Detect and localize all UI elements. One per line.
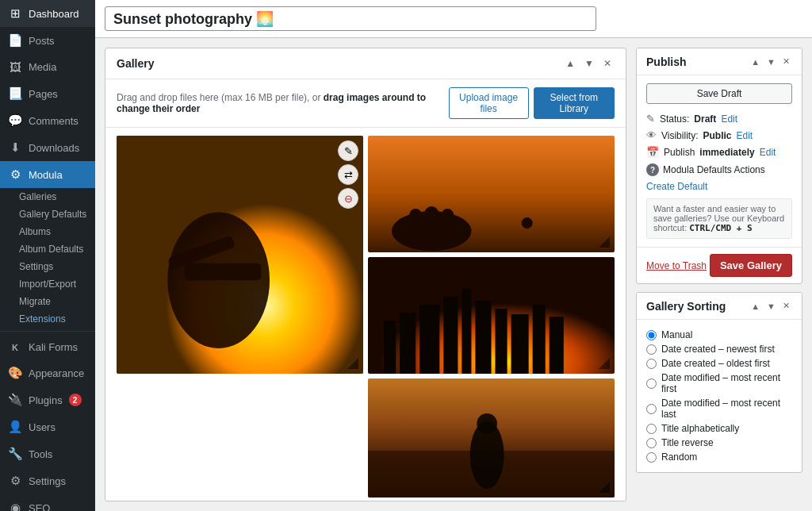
sorting-collapse-up[interactable]: ▲ [749,299,762,313]
panel-collapse-down[interactable]: ▼ [581,56,597,71]
sort-label-date-oldest[interactable]: Date created – oldest first [661,358,770,369]
visibility-label: Visibility: [661,130,698,141]
sort-label-manual[interactable]: Manual [661,329,692,340]
publish-collapse-up[interactable]: ▲ [749,55,762,68]
sort-label-title-reverse[interactable]: Title reverse [661,437,714,448]
sort-option-date-oldest: Date created – oldest first [646,356,792,371]
publish-widget-body: Save Draft ✎ Status: Draft Edit 👁 Visibi… [637,75,802,247]
sidebar-item-dashboard[interactable]: ⊞ Dashboard [0,0,95,27]
posts-icon: 📄 [8,33,22,48]
gallery-panel: Gallery ▲ ▼ ✕ Drag and drop files here (… [105,48,626,501]
select-from-library-button[interactable]: Select from Library [534,87,615,119]
publish-time-edit-link[interactable]: Edit [760,147,776,158]
sidebar-item-seo[interactable]: ◉ SEO [0,494,95,511]
sort-radio-modified-last[interactable] [646,404,657,414]
sidebar-item-pages[interactable]: 📃 Pages [0,80,95,107]
svg-rect-14 [443,297,458,374]
sidebar-label-modula: Modula [29,169,63,181]
sort-option-modified-recent: Date modified – most recent first [646,371,792,396]
eye-icon: 👁 [646,129,657,141]
publish-close[interactable]: ✕ [780,55,792,68]
sorting-collapse-down[interactable]: ▼ [764,299,778,313]
seo-icon: ◉ [8,501,22,511]
users-icon: 👤 [8,420,22,434]
sidebar-item-modula[interactable]: ⚙ Modula [0,161,95,188]
sidebar-sub-albums[interactable]: Albums [0,223,95,240]
sort-label-random[interactable]: Random [661,451,697,463]
gallery-item-1-move[interactable]: ⇄ [338,164,358,185]
svg-point-7 [424,206,439,221]
question-mark-icon: ? [646,163,659,176]
panel-close[interactable]: ✕ [600,56,615,71]
svg-rect-16 [475,301,491,374]
gallery-item-3[interactable] [368,257,615,374]
gallery-item-1-corner [347,358,360,371]
sidebar-item-kali-forms[interactable]: K Kali Forms [0,335,95,359]
sort-radio-title-alpha[interactable] [646,424,657,434]
sidebar-item-users[interactable]: 👤 Users [0,413,95,440]
defaults-label: Modula Defaults Actions [663,164,765,175]
appearance-icon: 🎨 [8,366,22,380]
sort-radio-date-newest[interactable] [646,344,657,355]
sort-radio-modified-recent[interactable] [646,378,657,389]
sidebar-item-plugins[interactable]: 🔌 Plugins 2 [0,386,95,413]
sidebar-sub-album-defaults[interactable]: Album Defaults [0,240,95,258]
sidebar-sub-galleries[interactable]: Galleries [0,188,95,206]
keyboard-tip: Want a faster and easier way to save gal… [646,198,792,239]
save-draft-button[interactable]: Save Draft [646,83,792,104]
gallery-item-4-corner [599,482,611,494]
sorting-header-controls: ▲ ▼ ✕ [749,299,792,313]
sort-option-date-newest: Date created – newest first [646,342,792,356]
sidebar-item-tools[interactable]: 🔧 Tools [0,440,95,467]
sidebar-item-posts[interactable]: 📄 Posts [0,27,95,54]
upload-image-files-button[interactable]: Upload image files [449,87,529,119]
sort-radio-manual[interactable] [646,330,657,340]
sort-label-title-alpha[interactable]: Title alphabetically [661,423,739,434]
visibility-edit-link[interactable]: Edit [736,130,753,141]
sort-label-date-newest[interactable]: Date created – newest first [661,344,775,355]
sidebar-sub-extensions[interactable]: Extensions [0,310,95,328]
panel-collapse-up[interactable]: ▲ [562,56,578,71]
status-value: Draft [694,113,716,125]
sort-radio-date-oldest[interactable] [646,359,657,369]
gallery-drop-text: Drag and drop files here (max 16 MB per … [117,92,449,114]
pages-icon: 📃 [8,86,22,101]
status-edit-link[interactable]: Edit [721,113,737,125]
sidebar-sub-migrate[interactable]: Migrate [0,293,95,310]
sidebar-item-appearance[interactable]: 🎨 Appearance [0,359,95,386]
gallery-item-1-delete[interactable]: ⊖ [338,188,358,209]
sorting-close[interactable]: ✕ [780,299,792,313]
sidebar-label-appearance: Appearance [29,367,84,379]
sidebar-label-downloads: Downloads [29,142,79,154]
svg-point-6 [409,209,422,221]
publish-collapse-down[interactable]: ▼ [764,55,778,68]
move-to-trash-button[interactable]: Move to Trash [646,260,707,271]
create-default-link[interactable]: Create Default [646,181,792,192]
sidebar-item-settings[interactable]: ⚙ Settings [0,467,95,494]
publish-time-value: immediately [699,147,754,158]
save-gallery-button[interactable]: Save Gallery [710,254,792,277]
sidebar-label-plugins: Plugins [29,394,63,406]
sidebar-sub-settings[interactable]: Settings [0,258,95,275]
sidebar-sub-gallery-defaults[interactable]: Gallery Defaults [0,206,95,223]
gallery-item-1-edit[interactable]: ✎ [338,140,358,161]
sort-radio-random[interactable] [646,452,657,463]
sidebar-label-seo: SEO [29,502,50,512]
gallery-item-4[interactable] [368,378,615,498]
sorting-title: Gallery Sorting [646,300,726,313]
publish-visibility-row: 👁 Visibility: Public Edit [646,127,792,144]
page-title-input[interactable] [105,6,596,31]
gallery-item-2[interactable] [368,136,615,252]
svg-point-8 [441,209,454,221]
publish-header-controls: ▲ ▼ ✕ [749,55,792,68]
sidebar-sub-import-export[interactable]: Import/Export [0,275,95,293]
sidebar-item-comments[interactable]: 💬 Comments [0,107,95,134]
gallery-item-1[interactable]: ✎ ⇄ ⊖ [117,136,363,374]
sidebar-item-downloads[interactable]: ⬇ Downloads [0,134,95,161]
plugins-badge: 2 [69,394,82,406]
svg-point-24 [477,413,497,434]
sidebar-item-media[interactable]: 🖼 Media [0,54,95,80]
sort-radio-title-reverse[interactable] [646,438,657,448]
sort-label-modified-recent[interactable]: Date modified – most recent first [661,372,792,394]
sort-label-modified-last[interactable]: Date modified – most recent last [661,398,792,420]
